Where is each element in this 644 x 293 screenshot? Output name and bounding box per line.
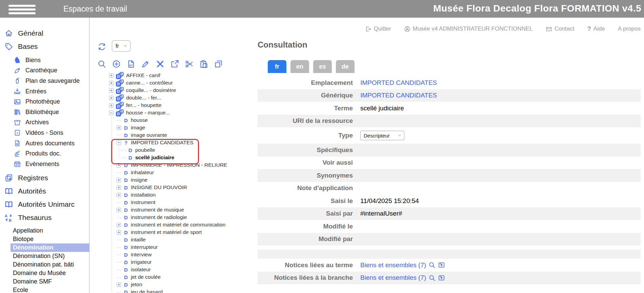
- sidebar-item-thesaurus[interactable]: ABThesaurus: [0, 211, 89, 224]
- delete-icon[interactable]: [156, 59, 165, 69]
- type-select[interactable]: Descripteur: [360, 131, 404, 140]
- tab-de[interactable]: de: [336, 60, 355, 73]
- tree-node-insigne-du-pouvoir[interactable]: +DINSIGNE DU POUVOIR: [90, 184, 258, 191]
- tree-node-instrument-de-radiologie[interactable]: Dinstrument de radiologie: [90, 214, 258, 221]
- tree-node-double-fer[interactable]: +Ddouble... - fer...: [90, 94, 258, 102]
- header-link-a-propos[interactable]: A propos: [618, 25, 641, 32]
- sidebar-item-general[interactable]: Général: [0, 26, 89, 40]
- thesaurus-item-denomination-sn[interactable]: Dénomination (SN): [11, 252, 89, 260]
- sidebar-item-autorites-unimarc[interactable]: Autorités Unimarc: [0, 198, 89, 211]
- thesaurus-item-denomination[interactable]: Dénomination: [11, 243, 89, 252]
- expand-icon[interactable]: +: [117, 126, 121, 130]
- header-link-aide[interactable]: ?Aide: [587, 25, 605, 33]
- sidebar-item-carotheque[interactable]: Carothèque: [0, 66, 89, 76]
- sidebar-item-autres-documents[interactable]: Autres documents: [0, 138, 89, 149]
- tree-node-scelle-judiciaire[interactable]: Dscellé judiciaire: [90, 154, 258, 161]
- tree-node-housse-marque[interactable]: −Dhousse - marque...: [90, 109, 258, 116]
- tab-en[interactable]: en: [290, 60, 309, 73]
- thesaurus-item-domaine-du-musee[interactable]: Domaine du Musée: [11, 269, 89, 277]
- window-up-icon[interactable]: [438, 261, 445, 269]
- expand-icon[interactable]: +: [117, 163, 121, 167]
- tree-node-image-ouvrante[interactable]: Dimage ouvrante: [90, 131, 258, 139]
- header-link-quitter[interactable]: Quitter: [365, 25, 391, 32]
- expand-icon[interactable]: +: [109, 88, 114, 93]
- collapse-icon[interactable]: −: [117, 141, 121, 145]
- thesaurus-item-appellation[interactable]: Appellation: [11, 226, 89, 235]
- hamburger-menu-icon[interactable]: [8, 5, 36, 16]
- header-link-musee-v4-administrateur-fonctionnel[interactable]: Musée v4 ADMINISTRATEUR FONCTIONNEL: [404, 25, 533, 32]
- expand-icon[interactable]: +: [117, 282, 121, 287]
- open-external-icon[interactable]: [170, 59, 179, 69]
- expand-icon[interactable]: +: [117, 178, 121, 182]
- sidebar-item-bibliotheque[interactable]: Bibliothèque: [0, 107, 89, 117]
- tree-node-jeu-de-hasard[interactable]: Djeu de hasard: [90, 288, 258, 293]
- sidebar-item-archives[interactable]: Archives: [0, 117, 89, 128]
- collapse-icon[interactable]: −: [109, 111, 114, 115]
- tree-node-instrument-et-materiel-de-sport[interactable]: +Dinstrument et matériel de sport: [90, 228, 258, 236]
- search-icon[interactable]: [97, 59, 106, 69]
- expand-icon[interactable]: +: [117, 185, 121, 190]
- field-value-link[interactable]: IMPORTED CANDIDATES: [360, 79, 437, 87]
- tree-node-intaille[interactable]: Dintaille: [90, 236, 258, 243]
- tree-node-poubelle[interactable]: Dpoubelle: [90, 146, 258, 154]
- search-icon[interactable]: [428, 274, 436, 281]
- tree-node-isolateur[interactable]: Disolateur: [90, 266, 258, 273]
- sidebar-item-plan-de-sauvegarde[interactable]: Plan de sauvegarde: [0, 76, 89, 86]
- sidebar-item-evenements[interactable]: Evènements: [0, 159, 89, 169]
- tree-node-instrument-de-musique[interactable]: +Dinstrument de musique: [90, 206, 258, 214]
- tree-node-inhalateur[interactable]: Dinhalateur: [90, 169, 258, 176]
- notices-link[interactable]: Biens et ensembles (7): [360, 261, 426, 269]
- tree-node-insigne[interactable]: +Dinsigne: [90, 176, 258, 184]
- tree-node-imprimerie-impression-reliure[interactable]: +DIMPRIMERIE - IMPRESSION - RELIURE: [90, 161, 258, 169]
- tree-node-image[interactable]: +Dimage: [90, 124, 258, 131]
- paste-icon[interactable]: [199, 59, 208, 69]
- sidebar-item-bases[interactable]: Bases: [0, 40, 89, 53]
- sidebar-item-phototheque[interactable]: Photothèque: [0, 96, 89, 107]
- tree-node-instrument[interactable]: Dinstrument: [90, 199, 258, 206]
- tree-node-interview[interactable]: Dinterview: [90, 251, 258, 258]
- expand-icon[interactable]: +: [117, 193, 121, 197]
- cut-icon[interactable]: [185, 59, 194, 69]
- tree-node-jeton[interactable]: +Djeton: [90, 281, 258, 288]
- expand-icon[interactable]: +: [109, 73, 114, 78]
- expand-icon[interactable]: +: [109, 81, 114, 85]
- tree-node-interrupteur[interactable]: Dinterrupteur: [90, 243, 258, 251]
- thesaurus-item-ecole[interactable]: Ecole: [11, 286, 89, 293]
- expand-icon[interactable]: +: [109, 103, 114, 108]
- expand-icon[interactable]: +: [117, 208, 121, 212]
- tree-node-jet-de-coulee[interactable]: Djet de coulée: [90, 273, 258, 281]
- sidebar-item-registres[interactable]: Registres: [0, 171, 89, 185]
- tree-node-coquille-dosimetre[interactable]: +Dcoquille... - dosimètre: [90, 87, 258, 94]
- tree-node-affixe-canif[interactable]: +DAFFIXE - canif: [90, 72, 258, 79]
- window-up-icon[interactable]: [438, 274, 445, 281]
- thesaurus-item-biotope[interactable]: Biotope: [11, 235, 89, 243]
- thesaurus-item-domaine-smf[interactable]: Domaine SMF: [11, 277, 89, 286]
- tree-node-fer-houpette[interactable]: +Dfer... - houpette: [90, 102, 258, 109]
- tab-fr[interactable]: fr: [268, 60, 286, 73]
- tree-node-housse[interactable]: Dhousse: [90, 116, 258, 124]
- add-circle-icon[interactable]: [112, 59, 121, 69]
- tab-es[interactable]: es: [313, 60, 332, 73]
- tree-node-installation[interactable]: +Dinstallation: [90, 191, 258, 199]
- edit-icon[interactable]: [141, 59, 150, 69]
- tree-node-canne-controleur[interactable]: +Dcanne... - contrôleur: [90, 79, 258, 87]
- expand-icon[interactable]: +: [117, 223, 121, 227]
- notices-link[interactable]: Biens et ensembles (7): [360, 274, 426, 281]
- duplicate-icon[interactable]: [214, 59, 223, 69]
- search-icon[interactable]: [428, 261, 436, 269]
- sidebar-item-produits-doc[interactable]: Produits doc.: [0, 148, 89, 159]
- refresh-icon[interactable]: [97, 42, 106, 51]
- sidebar-item-biens[interactable]: ♞Biens: [0, 55, 89, 66]
- tree-language-select[interactable]: fr: [112, 40, 130, 52]
- field-value-link[interactable]: IMPORTED CANDIDATES: [360, 92, 437, 99]
- sidebar-item-entrees[interactable]: Entrées: [0, 86, 89, 97]
- expand-icon[interactable]: +: [117, 230, 121, 235]
- tree-node-irrigateur[interactable]: Dirrigateur: [90, 258, 258, 266]
- tree-node-instrument-et-materiel-de-communication[interactable]: +Dinstrument et matériel de communicatio…: [90, 221, 258, 228]
- sidebar-item-videos-sons[interactable]: Vidéos - Sons: [0, 128, 89, 138]
- sidebar-item-autorites[interactable]: Autorités: [0, 185, 89, 198]
- file-add-icon[interactable]: s+: [126, 59, 136, 69]
- header-link-contact[interactable]: Contact: [546, 25, 575, 32]
- tree-node-imported-candidates[interactable]: −?IMPORTED CANDIDATES: [90, 139, 258, 146]
- thesaurus-item-denomination-pat-bati[interactable]: Dénomination pat. bâti: [11, 260, 89, 269]
